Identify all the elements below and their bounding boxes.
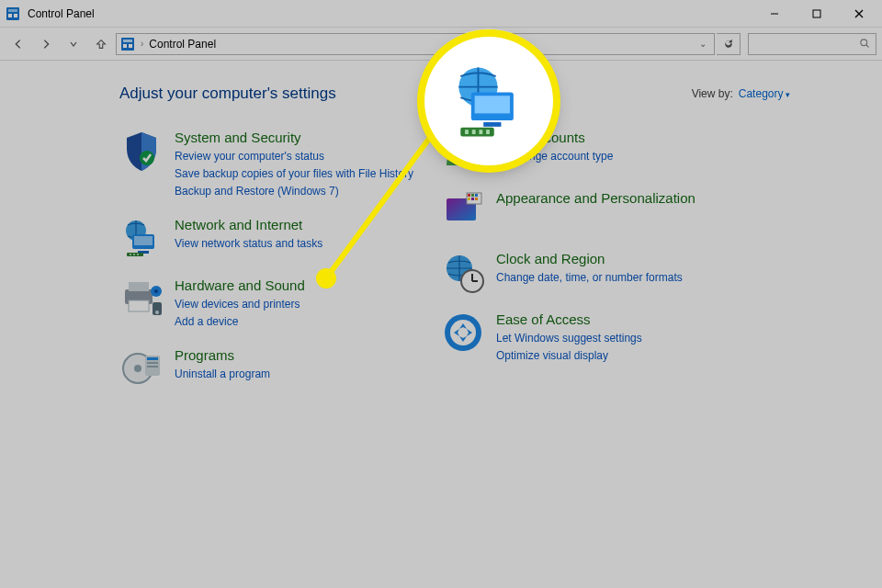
link-backup-restore[interactable]: Backup and Restore (Windows 7) <box>175 184 413 199</box>
ease-of-access-icon <box>441 311 485 355</box>
svg-point-31 <box>134 365 141 372</box>
svg-rect-11 <box>129 44 132 48</box>
shield-icon <box>119 129 164 173</box>
right-column: User Accounts Change account type Appear <box>441 129 763 390</box>
search-icon <box>859 36 870 52</box>
minimize-button[interactable] <box>753 0 796 28</box>
network-icon <box>119 216 164 260</box>
svg-rect-21 <box>133 254 135 255</box>
callout-magnifier <box>424 37 553 165</box>
navbar: › Control Panel ⌄ <box>0 28 882 61</box>
category-network-and-internet: Network and Internet View network status… <box>119 216 441 260</box>
close-button[interactable] <box>838 0 880 28</box>
link-network-status[interactable]: View network status and tasks <box>175 236 322 252</box>
svg-point-27 <box>154 289 158 293</box>
link-optimize-visual[interactable]: Optimize visual display <box>496 348 642 364</box>
network-and-internet-title[interactable]: Network and Internet <box>175 216 322 234</box>
link-add-device[interactable]: Add a device <box>175 314 305 330</box>
ease-of-access-title[interactable]: Ease of Access <box>496 311 642 329</box>
svg-point-12 <box>861 39 867 45</box>
window-title: Control Panel <box>28 7 95 20</box>
svg-rect-56 <box>483 122 501 127</box>
recent-locations-button[interactable] <box>61 31 86 57</box>
view-by-value[interactable]: Category <box>739 87 790 100</box>
svg-rect-3 <box>14 14 17 17</box>
control-panel-icon <box>6 6 20 21</box>
svg-rect-20 <box>130 254 131 255</box>
forward-button[interactable] <box>33 31 59 57</box>
control-panel-addr-icon <box>120 37 135 51</box>
category-ease-of-access: Ease of Access Let Windows suggest setti… <box>441 311 763 364</box>
link-devices-printers[interactable]: View devices and printers <box>175 297 305 312</box>
svg-point-29 <box>155 311 159 314</box>
svg-rect-43 <box>468 198 470 200</box>
category-programs: Programs Uninstall a program <box>119 346 441 390</box>
svg-rect-10 <box>123 44 127 48</box>
link-review-status[interactable]: Review your computer's status <box>175 149 413 164</box>
link-suggest-settings[interactable]: Let Windows suggest settings <box>496 331 642 346</box>
refresh-button[interactable] <box>717 33 741 55</box>
hardware-and-sound-title[interactable]: Hardware and Sound <box>175 277 305 295</box>
address-location[interactable]: Control Panel <box>149 38 216 51</box>
svg-rect-22 <box>137 254 139 255</box>
category-system-and-security: System and Security Review your computer… <box>119 129 441 199</box>
category-appearance: Appearance and Personalization <box>441 189 763 233</box>
svg-rect-25 <box>129 300 149 311</box>
svg-rect-40 <box>468 194 470 197</box>
svg-rect-61 <box>486 130 490 134</box>
view-by-control[interactable]: View by: Category <box>692 87 790 100</box>
content-area: Adjust your computer's settings View by:… <box>0 61 882 588</box>
svg-rect-2 <box>8 14 12 17</box>
svg-line-13 <box>866 44 869 47</box>
svg-rect-45 <box>475 198 478 200</box>
svg-rect-9 <box>123 40 132 42</box>
svg-rect-58 <box>465 130 469 134</box>
svg-rect-5 <box>813 10 820 17</box>
svg-rect-34 <box>147 362 158 364</box>
view-by-label: View by: <box>692 87 733 100</box>
svg-rect-33 <box>147 357 158 360</box>
category-clock-region: Clock and Region Change date, time, or n… <box>441 250 763 294</box>
svg-rect-60 <box>479 130 482 134</box>
address-bar[interactable]: › Control Panel ⌄ <box>116 33 715 55</box>
breadcrumb-sep-icon: › <box>141 39 143 49</box>
programs-icon <box>119 346 164 390</box>
maximize-button[interactable] <box>796 0 838 28</box>
svg-rect-42 <box>475 194 478 197</box>
category-hardware-and-sound: Hardware and Sound View devices and prin… <box>119 277 441 330</box>
up-button[interactable] <box>88 31 114 57</box>
svg-rect-35 <box>147 366 158 368</box>
programs-title[interactable]: Programs <box>175 346 270 365</box>
svg-rect-24 <box>129 282 149 291</box>
network-icon-large <box>445 57 533 145</box>
left-column: System and Security Review your computer… <box>119 129 441 390</box>
link-uninstall-program[interactable]: Uninstall a program <box>175 367 270 382</box>
svg-rect-41 <box>471 194 474 197</box>
address-dropdown-icon[interactable]: ⌄ <box>695 39 710 49</box>
svg-rect-1 <box>8 9 17 12</box>
svg-rect-44 <box>471 198 474 200</box>
clock-region-title[interactable]: Clock and Region <box>496 250 683 268</box>
svg-rect-17 <box>134 236 153 245</box>
back-button[interactable] <box>6 31 31 57</box>
svg-rect-55 <box>475 96 510 113</box>
titlebar: Control Panel <box>0 0 882 28</box>
svg-rect-59 <box>472 130 476 134</box>
appearance-icon <box>441 189 485 233</box>
link-file-history[interactable]: Save backup copies of your files with Fi… <box>175 166 413 182</box>
link-change-date-time[interactable]: Change date, time, or number formats <box>496 270 683 286</box>
page-heading: Adjust your computer's settings <box>119 85 336 103</box>
callout-anchor-dot <box>316 268 336 288</box>
clock-region-icon <box>441 250 485 294</box>
control-panel-window: Control Panel › Control Panel ⌄ <box>0 0 882 588</box>
system-and-security-title[interactable]: System and Security <box>175 129 413 147</box>
search-box[interactable] <box>748 33 876 55</box>
appearance-title[interactable]: Appearance and Personalization <box>496 189 695 208</box>
printer-hardware-icon <box>119 277 164 321</box>
